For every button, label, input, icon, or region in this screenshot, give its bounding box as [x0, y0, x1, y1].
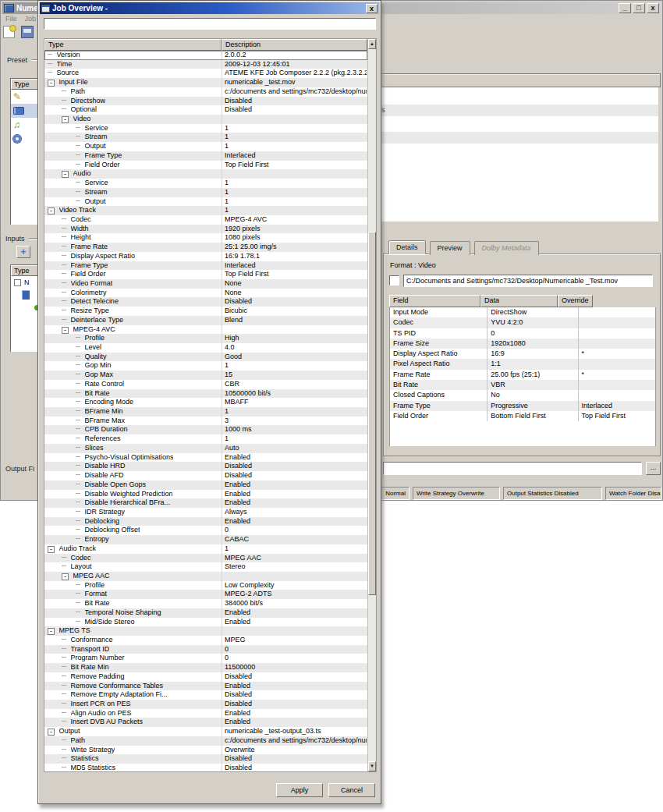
tree-row[interactable]: - Deinterlace Type Blend — [44, 316, 367, 325]
tree-row[interactable]: - Detect Telecine Disabled — [44, 297, 367, 307]
table-row[interactable]: Closed Captions No — [390, 390, 655, 400]
collapse-toggle-icon[interactable]: - — [48, 729, 55, 736]
scroll-down-icon[interactable]: ▼ — [368, 761, 376, 771]
tree-row[interactable]: - Entropy CABAC — [44, 535, 367, 544]
tree-row[interactable]: - MPEG AAC — [44, 572, 367, 581]
table-row[interactable]: Frame Type Progressive Interlaced — [390, 401, 655, 411]
browse-button[interactable]: ... — [646, 462, 661, 475]
menu-item[interactable]: File — [5, 15, 17, 25]
tree-row[interactable]: - Transport ID 0 — [44, 645, 367, 654]
description-column-header[interactable]: Description — [222, 39, 367, 51]
minimize-button[interactable]: _ — [619, 3, 631, 13]
add-input-button[interactable]: + — [16, 246, 30, 258]
tree-row[interactable]: - Height 1080 pixels — [44, 233, 367, 243]
tree-row[interactable]: - Frame Rate 25:1 25.00 img/s — [44, 243, 367, 252]
collapse-toggle-icon[interactable]: - — [48, 207, 55, 215]
tree-row[interactable]: - Program Number 0 — [44, 654, 367, 663]
tree-row[interactable]: - Video Format None — [44, 279, 367, 289]
type-column-header[interactable]: Type — [44, 39, 222, 51]
column-header[interactable]: Data — [480, 295, 558, 307]
tree-row[interactable]: - Input File numericable _test.mov — [44, 78, 367, 87]
tree-row[interactable]: - Deblocking Offset 0 — [44, 526, 367, 535]
tree-row[interactable]: - Version 2.0.0.2 — [44, 51, 367, 60]
tab[interactable]: Dolby Metadata — [474, 241, 539, 255]
tree-row[interactable]: - References 1 — [44, 434, 367, 444]
tree-row[interactable]: - Audio Track 1 — [44, 544, 367, 554]
tree-row[interactable]: - Psycho-Visual Optimisations Enabled — [44, 453, 367, 463]
input-checkbox[interactable] — [14, 279, 21, 286]
collapse-toggle-icon[interactable]: - — [48, 628, 55, 635]
tree-row[interactable]: - Disable Hierarchical BFra... Enabled — [44, 498, 367, 508]
tree-row[interactable]: - Bit Rate Min 11500000 — [44, 663, 367, 672]
tree-row[interactable]: - Temporal Noise Shaping Enabled — [44, 608, 367, 618]
table-row[interactable]: Field Order Bottom Field First Top Field… — [390, 411, 655, 421]
tree-row[interactable]: - Disable Open Gops Enabled — [44, 480, 367, 490]
tree-row[interactable]: - Disable Weighted Prediction Enabled — [44, 490, 367, 499]
table-row[interactable]: Pixel Aspect Ratio 1:1 — [390, 359, 655, 369]
new-job-icon[interactable] — [3, 26, 15, 38]
tree-row[interactable]: - Path c:/documents and settings/mc732/d… — [44, 736, 367, 746]
tree-row[interactable]: - Layout Stereo — [44, 562, 367, 572]
cancel-button[interactable]: Cancel — [328, 783, 375, 797]
tree-row[interactable]: - Output 1 — [44, 197, 367, 207]
tree-row[interactable]: - Encoding Mode MBAFF — [44, 398, 367, 407]
column-header[interactable]: Override — [558, 295, 593, 307]
tree-row[interactable]: - Profile High — [44, 334, 367, 343]
collapse-toggle-icon[interactable]: - — [62, 116, 69, 123]
table-row[interactable]: Codec YVU 4:2:0 — [390, 317, 655, 328]
tree-row[interactable]: - MPEG-4 AVC — [44, 325, 367, 335]
tree-row[interactable]: - MPEG TS — [44, 626, 367, 636]
tree-row[interactable]: - Width 1920 pixels — [44, 225, 367, 234]
collapse-toggle-icon[interactable]: - — [48, 80, 55, 87]
tree-row[interactable]: - Rate Control CBR — [44, 380, 367, 389]
scrollbar-thumb[interactable] — [368, 232, 376, 595]
tree-row[interactable]: - Level 4.0 — [44, 343, 367, 353]
close-button[interactable]: x — [647, 3, 659, 13]
tree-row[interactable]: - Bit Rate 384000 bit/s — [44, 599, 367, 608]
tree-scrollbar[interactable]: ▲ ▼ — [367, 39, 376, 771]
tree-row[interactable]: - Slices Auto — [44, 444, 367, 453]
tree-row[interactable]: - Gop Min 1 — [44, 361, 367, 371]
tree-row[interactable]: - Mid/Side Stereo Enabled — [44, 618, 367, 627]
file-path-input[interactable] — [403, 275, 653, 287]
tree-row[interactable]: - Stream 1 — [44, 133, 367, 142]
tree-row[interactable]: - Output 1 — [44, 142, 367, 151]
collapse-toggle-icon[interactable]: - — [48, 546, 55, 553]
tree-row[interactable]: - Frame Type Interlaced — [44, 261, 367, 271]
tree-row[interactable]: - Time 2009-12-03 12:45:01 — [44, 60, 367, 69]
tree-row[interactable]: - MD5 Statistics Disabled — [44, 764, 367, 771]
dialog-filter-input[interactable] — [44, 18, 376, 30]
tab[interactable]: Preview — [430, 241, 470, 255]
path-checkbox[interactable] — [389, 275, 399, 285]
table-row[interactable]: Input Mode DirectShow — [390, 307, 655, 317]
tree-row[interactable]: - Audio — [44, 169, 367, 179]
output-path-input[interactable] — [383, 462, 642, 475]
tab[interactable]: Details — [388, 240, 426, 254]
tree-row[interactable]: - Write Strategy Overwrite — [44, 746, 367, 755]
tree-row[interactable]: - Quality Good — [44, 353, 367, 362]
tree-row[interactable]: - Insert DVB AU Packets Enabled — [44, 718, 367, 727]
tree-row[interactable]: - Frame Type Interlaced — [44, 151, 367, 161]
tree-row[interactable]: - Deblocking Enabled — [44, 517, 367, 527]
collapse-toggle-icon[interactable]: - — [62, 171, 69, 178]
tree-row[interactable]: - Optional Disabled — [44, 105, 367, 115]
tree-row[interactable]: - Output numericable _test-output_03.ts — [44, 727, 367, 736]
table-row[interactable]: Bit Rate VBR — [390, 380, 655, 390]
collapse-toggle-icon[interactable]: - — [62, 573, 69, 580]
tree-row[interactable]: - Field Order Top Field First — [44, 161, 367, 170]
tree-row[interactable]: - BFrame Min 1 — [44, 407, 367, 417]
apply-button[interactable]: Apply — [276, 783, 323, 797]
tree-row[interactable]: - Codec MPEG AAC — [44, 554, 367, 563]
tree-row[interactable]: - Align Audio on PES Enabled — [44, 709, 367, 718]
collapse-toggle-icon[interactable]: - — [62, 327, 69, 334]
tree-row[interactable]: - Remove Padding Disabled — [44, 672, 367, 682]
tree-row[interactable]: - Remove Conformance Tables Enabled — [44, 682, 367, 691]
tree-row[interactable]: - CPB Duration 1000 ms — [44, 425, 367, 434]
tree-row[interactable]: - Format MPEG-2 ADTS — [44, 590, 367, 599]
tree-row[interactable]: - Stream 1 — [44, 188, 367, 197]
open-job-icon[interactable] — [21, 26, 34, 38]
table-row[interactable]: TS PID 0 — [390, 328, 655, 339]
tree-row[interactable]: - Remove Empty Adaptation Fi... Disabled — [44, 690, 367, 700]
tree-row[interactable]: - Profile Low Complexity — [44, 581, 367, 590]
tree-row[interactable]: - Service 1 — [44, 179, 367, 188]
